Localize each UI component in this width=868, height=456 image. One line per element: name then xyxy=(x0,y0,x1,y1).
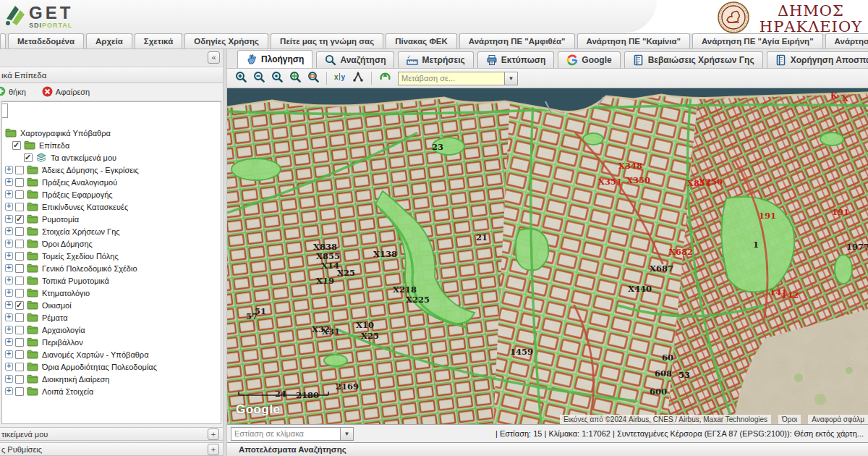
menu-tab[interactable]: Αρχεία xyxy=(86,33,132,48)
layer-checkbox[interactable] xyxy=(15,363,24,371)
expand-node-icon[interactable] xyxy=(5,264,13,272)
layer-tree-item[interactable]: Κτηματολόγιο xyxy=(2,287,221,299)
expand-panel-button[interactable]: + xyxy=(208,428,219,440)
map-tab-1[interactable]: Πλοήγηση xyxy=(237,50,312,68)
collapsed-panel-settings[interactable]: ς Ρυθμίσεις + xyxy=(0,442,223,456)
map-canvas[interactable]: X838X855X14X25X19X138X218X225X32X31X10X2… xyxy=(227,88,868,424)
layer-tree-item[interactable]: Τομείς Σχεδίου Πόλης xyxy=(2,250,221,262)
vertex-button[interactable] xyxy=(350,70,366,86)
layer-tree-item[interactable]: Επίπεδα xyxy=(2,139,221,151)
zoom-extent-button[interactable] xyxy=(287,70,303,86)
layer-checkbox[interactable] xyxy=(15,375,24,384)
expand-node-icon[interactable] xyxy=(5,326,13,334)
layer-tree-item[interactable]: Ρυμοτομία xyxy=(2,213,221,225)
zoom-box-button[interactable] xyxy=(305,70,321,86)
layer-tree-item[interactable]: Διοικητική Διαίρεση xyxy=(2,373,221,385)
menu-tab[interactable]: Ανάρτηση ΠΕ "Άγιος Ιωάννης Χωστός" xyxy=(825,33,868,48)
layer-checkbox[interactable] xyxy=(15,338,24,347)
brand-logo[interactable]: GET SDIPORTAL xyxy=(4,3,73,30)
layer-checkbox[interactable] xyxy=(12,141,21,150)
add-layer-button[interactable]: θήκη xyxy=(0,86,26,98)
layer-checkbox[interactable] xyxy=(15,326,24,334)
menu-tab[interactable]: Μεταδεδομένα xyxy=(8,33,84,48)
scale-dropdown-trigger[interactable]: ▼ xyxy=(341,427,354,441)
layer-checkbox[interactable] xyxy=(15,203,24,211)
remove-layer-button[interactable]: Αφαίρεση xyxy=(42,86,90,98)
layer-tree-item[interactable]: Όρια Αρμοδιότητας Πολεοδομίας xyxy=(2,360,221,373)
expand-node-icon[interactable] xyxy=(5,166,13,174)
layer-tree-item[interactable]: Αρχαιολογία xyxy=(2,324,221,336)
layer-tree-item[interactable]: Επικίνδυνες Κατασκευές xyxy=(2,200,221,213)
layer-tree-item[interactable]: Χαρτογραφικά Υπόβαθρα xyxy=(2,127,221,139)
layer-tree-item[interactable]: Στοιχεία Χρήσεων Γης xyxy=(2,225,221,237)
previous-extent-button[interactable] xyxy=(377,70,393,86)
menu-tab[interactable]: Σχετικά xyxy=(135,33,182,48)
terms-link[interactable]: Όροι xyxy=(778,415,801,424)
layer-checkbox[interactable] xyxy=(24,153,33,162)
layer-tree-item[interactable]: Διανομές Χαρτών - Υπόβαθρα xyxy=(2,348,221,360)
map-tab-6[interactable]: Βεβαιώσεις Χρήσεων Γης xyxy=(624,51,763,68)
layer-checkbox[interactable] xyxy=(15,227,24,236)
xy-button[interactable]: xy xyxy=(332,70,348,86)
layer-checkbox[interactable] xyxy=(15,301,24,310)
expand-node-icon[interactable] xyxy=(5,375,13,383)
menu-tab[interactable]: Οδηγίες Χρήσης xyxy=(184,33,268,48)
expand-node-icon[interactable] xyxy=(5,387,13,395)
layer-tree-item[interactable]: Γενικό Πολεοδομικό Σχέδιο xyxy=(2,262,221,274)
layer-checkbox[interactable] xyxy=(15,178,24,187)
expand-node-icon[interactable] xyxy=(5,215,13,223)
layer-checkbox[interactable] xyxy=(15,313,24,322)
layer-tree-item[interactable]: Πράξεις Αναλογισμού xyxy=(2,176,221,188)
layer-checkbox[interactable] xyxy=(15,252,24,261)
menu-tab[interactable]: Ανάρτηση ΠΕ "Καμίνια" xyxy=(577,33,690,48)
map-tab-2[interactable]: Αναζήτηση xyxy=(316,51,394,68)
zoom-center-button[interactable] xyxy=(269,70,285,86)
layer-tree-item[interactable]: Όροι Δόμησης xyxy=(2,237,221,250)
expand-node-icon[interactable] xyxy=(5,276,13,284)
map-tab-4[interactable]: Εκτύπωση xyxy=(477,51,555,68)
goto-input[interactable] xyxy=(398,72,505,85)
layer-checkbox[interactable] xyxy=(15,190,24,199)
expand-node-icon[interactable] xyxy=(5,313,13,321)
collapsed-panel-my-objects[interactable]: τικείμενά μου + xyxy=(0,427,223,441)
layer-checkbox[interactable] xyxy=(15,240,24,248)
layer-tree-item[interactable]: Πράξεις Εφαρμογής xyxy=(2,188,221,200)
expand-node-icon[interactable] xyxy=(5,252,13,260)
expand-panel-button[interactable]: + xyxy=(208,444,219,455)
layer-tree-item[interactable]: Τοπικά Ρυμοτομικά xyxy=(2,274,221,287)
expand-node-icon[interactable] xyxy=(5,240,13,248)
menu-tab[interactable]: Ανάρτηση ΠΕ "Αγία Ειρήνη" xyxy=(692,33,823,48)
layer-checkbox[interactable] xyxy=(15,387,24,396)
expand-node-icon[interactable] xyxy=(5,190,13,198)
layer-tree-item[interactable]: Ρέματα xyxy=(2,311,221,324)
expand-node-icon[interactable] xyxy=(5,178,13,186)
layer-checkbox[interactable] xyxy=(15,289,24,297)
map-tab-7[interactable]: Χορήγηση Αποσπασμάτων xyxy=(767,51,868,68)
layer-checkbox[interactable] xyxy=(15,166,24,174)
menu-tab-clipped[interactable] xyxy=(0,33,6,48)
menu-tab[interactable]: Πείτε μας τη γνώμη σας xyxy=(271,33,383,48)
layer-checkbox[interactable] xyxy=(15,264,24,273)
menu-tab[interactable]: Πίνακας ΦΕΚ xyxy=(386,33,457,48)
layer-checkbox[interactable] xyxy=(15,350,24,359)
layer-tree-item[interactable]: Τα αντικείμενά μου xyxy=(2,151,221,164)
map-tab-3[interactable]: Μετρήσεις xyxy=(398,51,473,68)
layer-tree-item[interactable]: Περιβάλλον xyxy=(2,336,221,348)
layer-tree-item[interactable]: Οικισμοί xyxy=(2,299,221,311)
search-results-panel-header[interactable]: Αποτελέσματα Αναζήτησης xyxy=(227,442,868,456)
expand-node-icon[interactable] xyxy=(5,350,13,358)
expand-node-icon[interactable] xyxy=(5,338,13,346)
expand-node-icon[interactable] xyxy=(5,363,13,371)
clipped-input-fragment[interactable] xyxy=(1,104,8,118)
menu-tab[interactable]: Ανάρτηση ΠΕ "Αμφιθέα" xyxy=(459,33,575,48)
layer-checkbox[interactable] xyxy=(15,276,24,285)
expand-node-icon[interactable] xyxy=(5,203,13,211)
expand-node-icon[interactable] xyxy=(5,301,13,309)
zoom-to-scale-input[interactable] xyxy=(231,427,341,441)
zoom-in-button[interactable] xyxy=(233,70,249,86)
sidebar-collapse-button[interactable]: « xyxy=(208,51,220,64)
layer-tree-item[interactable]: Λοιπά Στοιχεία xyxy=(2,385,221,397)
map-tab-5[interactable]: Google xyxy=(558,51,620,68)
zoom-out-button[interactable] xyxy=(251,70,267,86)
expand-node-icon[interactable] xyxy=(5,289,13,297)
